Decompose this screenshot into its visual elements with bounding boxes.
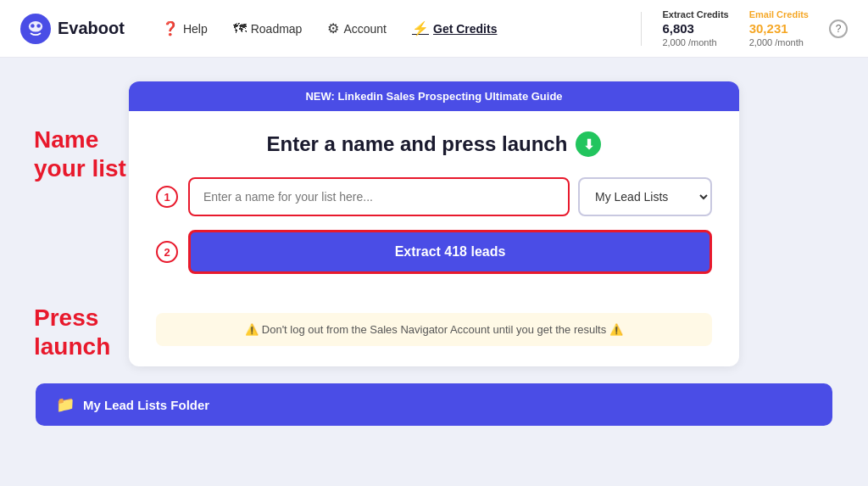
svg-point-3: [36, 24, 41, 28]
side-label-press: Presslaunch: [34, 304, 110, 360]
card-title-text: Enter a name and press launch: [267, 132, 568, 156]
extract-button[interactable]: Extract 418 leads: [188, 230, 712, 274]
nav-roadmap-label: Roadmap: [251, 22, 303, 36]
extraction-card: NEW: Linkedin Sales Prospecting Ultimate…: [129, 81, 739, 366]
nav-roadmap[interactable]: 🗺 Roadmap: [223, 16, 313, 42]
credits-section: Extract Credits 6,803 2,000 /month Email…: [641, 9, 848, 47]
help-circle-icon[interactable]: ?: [829, 20, 848, 38]
extract-credits-label: Extract Credits: [662, 9, 728, 20]
list-type-select[interactable]: My Lead Lists My Account Lists: [578, 177, 712, 216]
extract-credits-sub: 2,000 /month: [662, 37, 728, 47]
nav-get-credits[interactable]: ⚡ Get Credits: [402, 15, 507, 42]
email-credits-label: Email Credits: [749, 9, 809, 20]
nav-help[interactable]: ❓ Help: [152, 15, 218, 42]
list-name-input[interactable]: [188, 177, 570, 216]
email-credits-value: 30,231: [749, 21, 809, 36]
folder-icon: 📁: [56, 395, 75, 414]
lightning-icon: ⚡: [412, 20, 429, 36]
folder-title: My Lead Lists Folder: [83, 398, 209, 412]
nav: ❓ Help 🗺 Roadmap ⚙ Account ⚡ Get Credits: [152, 15, 642, 42]
help-icon: ❓: [162, 20, 179, 36]
step-2-row: 2 Extract 418 leads: [156, 230, 712, 274]
card-body: Enter a name and press launch ⬇ 1 My Lea…: [129, 111, 739, 301]
main-content: Nameyour list Presslaunch NEW: Linkedin …: [0, 58, 868, 486]
step-2-number: 2: [156, 241, 178, 263]
nav-help-label: Help: [183, 22, 208, 36]
green-arrow-icon: ⬇: [576, 131, 601, 157]
extract-credits-value: 6,803: [662, 21, 728, 36]
nav-account-label: Account: [343, 22, 387, 36]
folder-section[interactable]: 📁 My Lead Lists Folder: [36, 383, 832, 426]
roadmap-icon: 🗺: [233, 21, 247, 36]
divider: [641, 12, 642, 46]
card-title: Enter a name and press launch ⬇: [156, 131, 712, 157]
logo[interactable]: Evaboot: [20, 14, 125, 44]
header: Evaboot ❓ Help 🗺 Roadmap ⚙ Account ⚡ Get…: [0, 0, 868, 58]
email-credits-sub: 2,000 /month: [749, 37, 809, 47]
account-icon: ⚙: [327, 20, 339, 36]
svg-point-1: [29, 21, 42, 32]
step-1-row: 1 My Lead Lists My Account Lists: [156, 177, 712, 216]
warning-box: ⚠️ Don't log out from the Sales Navigato…: [156, 313, 712, 346]
svg-point-2: [31, 24, 35, 28]
card-banner[interactable]: NEW: Linkedin Sales Prospecting Ultimate…: [129, 81, 739, 111]
step-1-number: 1: [156, 186, 178, 208]
logo-text: Evaboot: [58, 19, 125, 38]
nav-account[interactable]: ⚙ Account: [317, 15, 397, 42]
input-group: My Lead Lists My Account Lists: [188, 177, 712, 216]
extract-credits-block: Extract Credits 6,803 2,000 /month: [662, 9, 728, 47]
side-label-name: Nameyour list: [34, 126, 126, 182]
nav-credits-label: Get Credits: [433, 22, 497, 36]
email-credits-block: Email Credits 30,231 2,000 /month: [749, 9, 809, 47]
